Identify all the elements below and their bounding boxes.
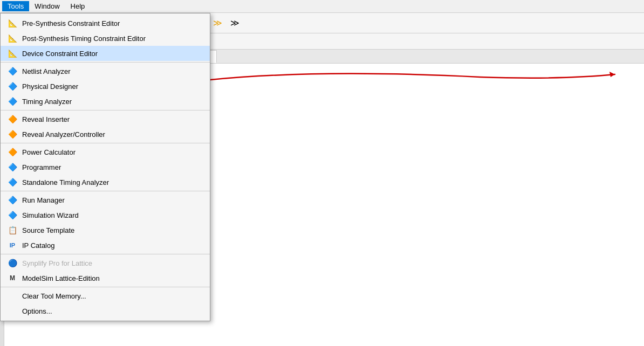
- reveal-analyzer-icon: 🔶: [7, 129, 18, 140]
- separator-5: [1, 254, 210, 254]
- menu-item-netlist-analyzer[interactable]: 🔷 Netlist Analyzer: [1, 64, 210, 79]
- toolbar-btn-more1[interactable]: ≫: [209, 15, 225, 31]
- reveal-analyzer-label: Reveal Analyzer/Controller: [22, 130, 203, 139]
- tools-dropdown: 📐 Pre-Synthesis Constraint Editor 📐 Post…: [0, 13, 210, 321]
- menu-help[interactable]: Help: [65, 1, 91, 11]
- menu-item-standalone-timing[interactable]: 🔷 Standalone Timing Analyzer: [1, 175, 210, 190]
- physical-label: Physical Designer: [22, 82, 203, 91]
- menu-item-reveal-analyzer[interactable]: 🔶 Reveal Analyzer/Controller: [1, 127, 210, 142]
- menu-bar: Tools Window Help: [0, 0, 644, 13]
- separator-1: [1, 62, 210, 63]
- post-synthesis-label: Post-Synthesis Timing Constraint Editor: [22, 34, 203, 43]
- source-template-icon: 📋: [7, 225, 18, 236]
- menu-item-source-template[interactable]: 📋 Source Template: [1, 223, 210, 238]
- reveal-inserter-label: Reveal Inserter: [22, 115, 203, 123]
- menu-item-ip-catalog[interactable]: IP IP Catalog: [1, 238, 210, 253]
- power-calc-label: Power Calculator: [22, 148, 203, 156]
- menu-item-timing-analyzer[interactable]: 🔷 Timing Analyzer: [1, 94, 210, 109]
- separator-3: [1, 143, 210, 143]
- modelsim-icon: M: [7, 273, 18, 283]
- device-constraint-dropdown-label: Device Constraint Editor: [22, 50, 203, 58]
- options-icon: [7, 306, 18, 316]
- simulation-wizard-icon: 🔷: [7, 210, 18, 220]
- menu-item-physical-designer[interactable]: 🔷 Physical Designer: [1, 79, 210, 94]
- simulation-wizard-label: Simulation Wizard: [22, 211, 203, 219]
- menu-item-simulation-wizard[interactable]: 🔷 Simulation Wizard: [1, 207, 210, 223]
- run-manager-icon: 🔷: [7, 195, 18, 205]
- power-calc-icon: 🔶: [7, 147, 18, 157]
- menu-item-power-calculator[interactable]: 🔶 Power Calculator: [1, 144, 210, 160]
- clear-memory-icon: [7, 290, 18, 301]
- menu-item-device-constraint[interactable]: 📐 Device Constraint Editor: [1, 46, 210, 61]
- timing-icon: 🔷: [7, 96, 18, 107]
- source-template-label: Source Template: [22, 226, 203, 234]
- menu-item-clear-memory[interactable]: Clear Tool Memory...: [1, 288, 210, 303]
- ip-catalog-label: IP Catalog: [22, 241, 203, 250]
- physical-icon: 🔷: [7, 81, 18, 92]
- ip-catalog-icon: IP: [7, 240, 18, 251]
- programmer-icon: 🔷: [7, 162, 18, 172]
- menu-item-reveal-inserter[interactable]: 🔶 Reveal Inserter: [1, 112, 210, 127]
- dropdown-menu: 📐 Pre-Synthesis Constraint Editor 📐 Post…: [0, 13, 210, 321]
- synplify-icon: 🔵: [7, 258, 18, 268]
- menu-window[interactable]: Window: [29, 1, 65, 11]
- post-synthesis-icon: 📐: [7, 33, 18, 44]
- synplify-label: Synplify Pro for Lattice: [22, 259, 203, 267]
- menu-tools[interactable]: Tools: [2, 1, 29, 11]
- modelsim-label: ModelSim Lattice-Edition: [22, 274, 203, 282]
- separator-2: [1, 110, 210, 110]
- pre-synthesis-label: Pre-Synthesis Constraint Editor: [22, 19, 203, 27]
- timing-label: Timing Analyzer: [22, 98, 203, 106]
- menu-item-pre-synthesis[interactable]: 📐 Pre-Synthesis Constraint Editor: [1, 16, 210, 31]
- clear-memory-label: Clear Tool Memory...: [22, 292, 203, 300]
- separator-6: [1, 287, 210, 287]
- menu-item-options[interactable]: Options...: [1, 303, 210, 319]
- menu-item-run-manager[interactable]: 🔷 Run Manager: [1, 192, 210, 207]
- menu-item-modelsim[interactable]: M ModelSim Lattice-Edition: [1, 271, 210, 286]
- run-manager-label: Run Manager: [22, 196, 203, 204]
- programmer-label: Programmer: [22, 163, 203, 171]
- device-constraint-icon: 📐: [7, 48, 18, 59]
- standalone-timing-icon: 🔷: [7, 177, 18, 188]
- options-label: Options...: [22, 307, 203, 315]
- netlist-icon: 🔷: [7, 66, 18, 77]
- menu-item-programmer[interactable]: 🔷 Programmer: [1, 160, 210, 175]
- netlist-label: Netlist Analyzer: [22, 67, 203, 75]
- separator-4: [1, 191, 210, 191]
- menu-item-post-synthesis[interactable]: 📐 Post-Synthesis Timing Constraint Edito…: [1, 31, 210, 46]
- standalone-timing-label: Standalone Timing Analyzer: [22, 178, 203, 186]
- menu-item-synplify: 🔵 Synplify Pro for Lattice: [1, 255, 210, 271]
- toolbar-btn-more2[interactable]: ≫: [227, 15, 243, 31]
- pre-synthesis-icon: 📐: [7, 18, 18, 29]
- reveal-inserter-icon: 🔶: [7, 114, 18, 124]
